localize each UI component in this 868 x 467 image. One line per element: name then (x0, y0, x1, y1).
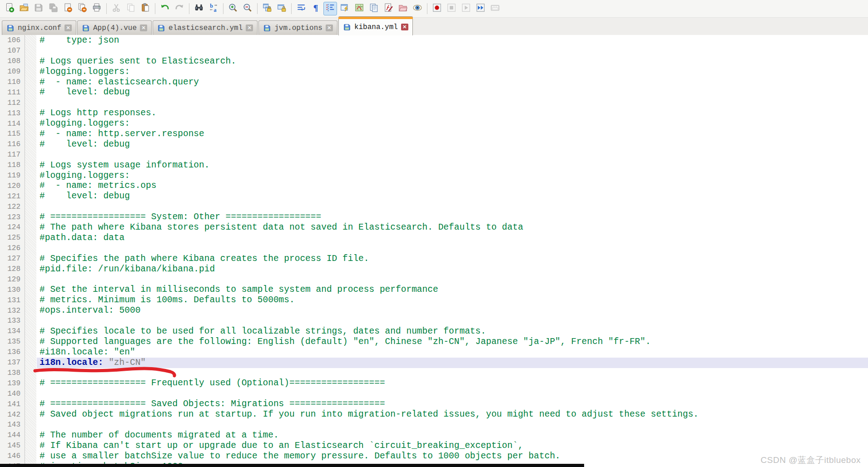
code-line-119[interactable]: 119#logging.loggers: (0, 171, 868, 181)
code-line-121[interactable]: 121# level: debug (0, 191, 868, 202)
line-number: 116 (0, 140, 25, 148)
toolbar-button-macro-record[interactable] (430, 2, 444, 15)
code-line-123[interactable]: 123# ================== System: Other ==… (0, 212, 868, 222)
tab-close-icon[interactable]: ✕ (401, 24, 408, 30)
margin-gap (25, 87, 37, 98)
tab-close-icon[interactable]: ✕ (64, 25, 72, 31)
code-line-142[interactable]: 142# Saved object migrations run at star… (0, 409, 868, 420)
toolbar-button-indent-guide[interactable] (323, 2, 337, 15)
toolbar-button-replace[interactable]: ba (207, 2, 220, 15)
code-line-133[interactable]: 133 (0, 316, 868, 326)
code-line-132[interactable]: 132#ops.interval: 5000 (0, 305, 868, 316)
code-line-114[interactable]: 114#logging.loggers: (0, 118, 868, 129)
tab-label: nginx.conf (18, 24, 61, 32)
line-number: 139 (0, 379, 25, 388)
code-line-137[interactable]: 137i18n.locale: "zh-CN" (0, 358, 868, 368)
code-line-108[interactable]: 108# Logs queries sent to Elasticsearch. (0, 56, 868, 67)
toolbar-button-new-file[interactable] (3, 2, 16, 15)
line-number: 117 (0, 151, 25, 159)
toolbar-button-zoom-in[interactable] (226, 2, 240, 15)
tab-kibana-yml[interactable]: kibana.yml✕ (338, 16, 413, 35)
toolbar-button-function-list[interactable] (382, 2, 395, 15)
toolbar-button-zoom-out[interactable] (241, 2, 254, 15)
margin-gap (25, 378, 37, 388)
code-line-107[interactable]: 107 (0, 46, 868, 56)
line-number: 144 (0, 431, 25, 439)
code-line-118[interactable]: 118# Logs system usage information. (0, 160, 868, 171)
code-line-136[interactable]: 136#i18n.locale: "en" (0, 347, 868, 358)
code-line-141[interactable]: 141# ================== Saved Objects: M… (0, 399, 868, 409)
code-line-106[interactable]: 106# type: json (0, 35, 868, 46)
code-line-131[interactable]: 131# metrics. Minimum is 100ms. Defaults… (0, 295, 868, 305)
code-line-116[interactable]: 116# level: debug (0, 139, 868, 150)
toolbar-button-show-all-characters[interactable]: ¶ (309, 2, 322, 15)
code-line-127[interactable]: 127# Specifies the path where Kibana cre… (0, 254, 868, 264)
code-line-109[interactable]: 109#logging.loggers: (0, 67, 868, 77)
margin-gap (25, 171, 37, 181)
margin-gap (25, 118, 37, 129)
toolbar-button-monitoring[interactable] (411, 2, 424, 15)
code-line-110[interactable]: 110# - name: elasticsearch.query (0, 77, 868, 88)
code-line-145[interactable]: 145# If Kibana can't start up or upgrade… (0, 441, 868, 451)
toolbar-button-undo[interactable] (158, 2, 172, 15)
code-line-144[interactable]: 144# The number of documents migrated at… (0, 430, 868, 441)
tab-label: kibana.yml (354, 23, 398, 31)
margin-gap (25, 160, 37, 171)
toolbar-button-paste[interactable] (139, 2, 152, 15)
code-text: #logging.loggers: (37, 67, 868, 77)
user-defined-dialog-icon (340, 3, 350, 15)
code-line-140[interactable]: 140 (0, 388, 868, 399)
code-line-128[interactable]: 128#pid.file: /run/kibana/kibana.pid (0, 264, 868, 275)
tab-close-icon[interactable]: ✕ (140, 25, 147, 31)
toolbar-button-folder-as-workspace[interactable] (396, 2, 410, 15)
toolbar-button-user-defined-dialog[interactable] (338, 2, 352, 15)
toolbar-button-word-wrap[interactable] (294, 2, 308, 15)
toolbar-button-sync-vertical[interactable] (260, 2, 274, 15)
tab-elasticsearch-yml[interactable]: elasticsearch.yml✕ (153, 20, 258, 35)
tab-close-icon[interactable]: ✕ (246, 25, 253, 31)
code-line-115[interactable]: 115# - name: http.server.response (0, 129, 868, 139)
code-line-120[interactable]: 120# - name: metrics.ops (0, 181, 868, 191)
code-line-130[interactable]: 130# Set the interval in milliseconds to… (0, 285, 868, 295)
toolbar-button-sync-horizontal[interactable] (275, 2, 288, 15)
code-line-125[interactable]: 125#path.data: data (0, 233, 868, 243)
margin-gap (25, 181, 37, 191)
code-line-112[interactable]: 112 (0, 98, 868, 108)
code-line-124[interactable]: 124# The path where Kibana stores persis… (0, 222, 868, 233)
tab-nginx-conf[interactable]: nginx.conf✕ (2, 20, 76, 35)
toolbar-button-close[interactable] (61, 2, 74, 15)
toolbar-button-print[interactable] (90, 2, 104, 15)
toolbar-button-macro-run-multiple[interactable] (474, 2, 487, 15)
code-line-129[interactable]: 129 (0, 274, 868, 285)
tab-close-icon[interactable]: ✕ (326, 25, 333, 31)
code-line-134[interactable]: 134# Specifies locale to be used for all… (0, 326, 868, 337)
code-line-126[interactable]: 126 (0, 243, 868, 254)
line-number: 113 (0, 109, 25, 118)
code-line-135[interactable]: 135# Supported languages are the followi… (0, 337, 868, 347)
code-line-113[interactable]: 113# Logs http responses. (0, 108, 868, 118)
code-line-146[interactable]: 146# use a smaller batchSize value to re… (0, 451, 868, 462)
margin-gap (25, 451, 37, 462)
toolbar-button-open-folder[interactable] (17, 2, 31, 15)
margin-gap (25, 347, 37, 358)
toolbar-button-cut (109, 2, 123, 15)
line-number: 111 (0, 88, 25, 97)
code-text: # level: debug (37, 139, 868, 150)
toolbar-separator (427, 3, 427, 14)
code-text: # If Kibana can't start up or upgrade du… (37, 441, 868, 451)
code-lines: 106# type: json107108# Logs queries sent… (0, 35, 868, 467)
code-line-143[interactable]: 143 (0, 420, 868, 430)
toolbar-button-document-map[interactable] (352, 2, 366, 15)
tab-jvm-options[interactable]: jvm.options✕ (258, 20, 337, 35)
code-line-139[interactable]: 139# ================== Frequently used … (0, 378, 868, 388)
tab-app-4-vue[interactable]: App(4).vue✕ (77, 20, 152, 35)
toolbar-button-document-list[interactable] (367, 2, 381, 15)
code-line-138[interactable]: 138 (0, 368, 868, 379)
toolbar-button-close-all[interactable] (75, 2, 89, 15)
toolbar-button-find[interactable] (192, 2, 206, 15)
code-line-111[interactable]: 111# level: debug (0, 87, 868, 98)
code-line-117[interactable]: 117 (0, 150, 868, 160)
tab-label: App(4).vue (93, 24, 137, 32)
code-line-122[interactable]: 122 (0, 202, 868, 212)
editor-pane[interactable]: 106# type: json107108# Logs queries sent… (0, 35, 868, 467)
